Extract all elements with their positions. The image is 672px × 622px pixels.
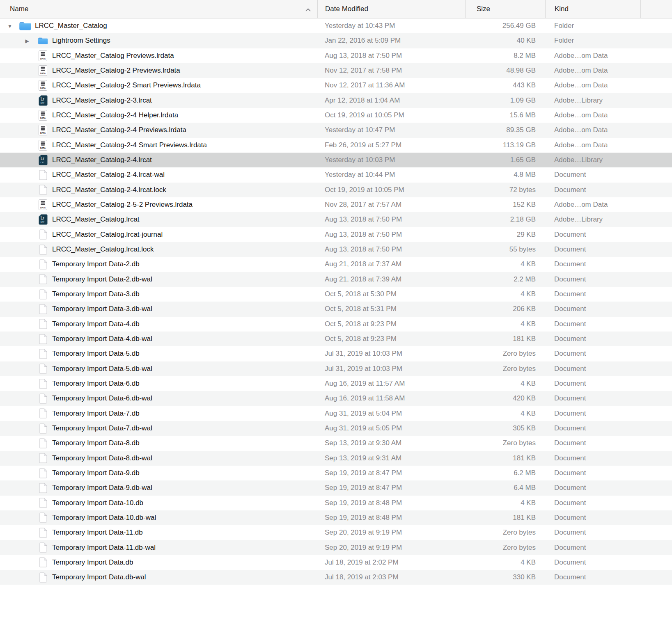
file-row[interactable]: Temporary Import Data.db Jul 18, 2019 at… <box>0 555 672 570</box>
file-row[interactable]: LRCC_Master_Catalog-2-4.lrcat-wal Yester… <box>0 167 672 182</box>
file-row[interactable]: Temporary Import Data-6.db Aug 16, 2019 … <box>0 376 672 391</box>
date-modified-cell: Yesterday at 10:44 PM <box>317 171 465 179</box>
file-row[interactable]: Temporary Import Data-3.db Oct 5, 2018 a… <box>0 287 672 302</box>
file-name-label: LRCC_Master_Catalog-2-4.lrcat-wal <box>52 171 165 179</box>
column-header-size[interactable]: Size <box>465 0 545 18</box>
svg-text:Lr: Lr <box>41 97 45 101</box>
file-row[interactable]: Temporary Import Data-2.db-wal Aug 21, 2… <box>0 272 672 287</box>
file-name-label: Temporary Import Data-2.db <box>52 260 140 268</box>
file-row[interactable]: LrCAT LRCC_Master_Catalog.lrcat Aug 13, … <box>0 212 672 227</box>
doc-icon <box>38 528 48 538</box>
kind-cell: Document <box>545 424 640 432</box>
disclosure-triangle[interactable]: ▼ <box>6 24 14 29</box>
file-name-label: Temporary Import Data-7.db-wal <box>52 424 152 432</box>
file-row[interactable]: Temporary Import Data-4.db Oct 5, 2018 a… <box>0 317 672 332</box>
kind-cell: Document <box>545 305 640 313</box>
name-cell: DATA LRCC_Master_Catalog-2-4 Previews.lr… <box>0 125 317 135</box>
doc-icon <box>38 468 48 478</box>
file-row[interactable]: LRCC_Master_Catalog.lrcat-journal Aug 13… <box>0 227 672 242</box>
file-name-label: Temporary Import Data-5.db-wal <box>52 365 152 373</box>
file-row[interactable]: DATA LRCC_Master_Catalog-2-4 Helper.lrda… <box>0 108 672 123</box>
file-name-label: Temporary Import Data.db-wal <box>52 573 146 581</box>
file-row[interactable]: LRCC_Master_Catalog.lrcat.lock Aug 13, 2… <box>0 242 672 257</box>
kind-cell: Adobe…om Data <box>545 126 640 134</box>
kind-cell: Adobe…om Data <box>545 111 640 119</box>
file-row[interactable]: Temporary Import Data-6.db-wal Aug 16, 2… <box>0 391 672 406</box>
name-cell: DATA LRCC_Master_Catalog-2 Previews.lrda… <box>0 65 317 76</box>
size-cell: 181 KB <box>465 454 545 462</box>
date-modified-cell: Oct 5, 2018 at 5:31 PM <box>317 305 465 313</box>
file-row[interactable]: DATA LRCC_Master_Catalog Previews.lrdata… <box>0 48 672 63</box>
file-name-label: LRCC_Master_Catalog-2-4.lrcat.lock <box>52 186 166 194</box>
name-cell: LRCC_Master_Catalog-2-4.lrcat.lock <box>0 185 317 195</box>
size-cell: 55 bytes <box>465 245 545 254</box>
column-header-kind[interactable]: Kind <box>545 0 640 18</box>
file-row[interactable]: Temporary Import Data-9.db Sep 19, 2019 … <box>0 466 672 480</box>
file-row-selected[interactable]: LrCAT LRCC_Master_Catalog-2-4.lrcat Yest… <box>0 153 672 167</box>
file-row[interactable]: LRCC_Master_Catalog-2-4.lrcat.lock Oct 1… <box>0 183 672 197</box>
file-name-label: Temporary Import Data-6.db-wal <box>52 394 152 402</box>
file-name-label: Temporary Import Data-10.db <box>52 499 143 507</box>
name-cell: Temporary Import Data-5.db <box>0 349 317 359</box>
column-header-date-modified[interactable]: Date Modified <box>317 0 465 18</box>
name-cell: ▼ LRCC_Master_Catalog <box>0 21 317 31</box>
file-row[interactable]: Temporary Import Data-5.db-wal Jul 31, 2… <box>0 361 672 376</box>
doc-icon <box>38 438 48 448</box>
column-header-kind-label: Kind <box>555 5 569 13</box>
kind-cell: Document <box>545 573 640 581</box>
svg-text:DATA: DATA <box>40 87 46 90</box>
kind-cell: Adobe…om Data <box>545 52 640 60</box>
name-cell: Temporary Import Data-11.db-wal <box>0 542 317 553</box>
file-row[interactable]: DATA LRCC_Master_Catalog-2-5-2 Previews.… <box>0 197 672 212</box>
svg-text:DATA: DATA <box>40 132 46 135</box>
file-row[interactable]: DATA LRCC_Master_Catalog-2-4 Smart Previ… <box>0 138 672 153</box>
file-row[interactable]: Temporary Import Data-4.db-wal Oct 5, 20… <box>0 332 672 346</box>
file-row[interactable]: Temporary Import Data-9.db-wal Sep 19, 2… <box>0 480 672 495</box>
file-row[interactable]: Temporary Import Data.db-wal Jul 18, 201… <box>0 570 672 585</box>
file-row[interactable]: Temporary Import Data-8.db Sep 13, 2019 … <box>0 436 672 450</box>
date-modified-cell: Yesterday at 10:47 PM <box>317 126 465 134</box>
doc-icon <box>38 423 48 434</box>
name-cell: ▶ Lightroom Settings <box>0 37 317 45</box>
file-row[interactable]: Temporary Import Data-3.db-wal Oct 5, 20… <box>0 302 672 316</box>
size-cell: 15.6 MB <box>465 111 545 119</box>
file-name-label: Temporary Import Data-9.db-wal <box>52 484 152 492</box>
date-modified-cell: Aug 31, 2019 at 5:04 PM <box>317 409 465 418</box>
doc-icon <box>38 483 48 493</box>
size-cell: 6.2 MB <box>465 469 545 477</box>
doc-icon <box>38 393 48 404</box>
file-row[interactable]: Temporary Import Data-7.db-wal Aug 31, 2… <box>0 421 672 436</box>
lrdata-icon: DATA <box>38 80 48 91</box>
doc-icon <box>38 259 48 270</box>
name-cell: LRCC_Master_Catalog.lrcat-journal <box>0 229 317 240</box>
size-cell: 40 KB <box>465 37 545 45</box>
folder-icon <box>19 21 31 31</box>
file-name-label: Lightroom Settings <box>52 37 110 45</box>
file-row[interactable]: DATA LRCC_Master_Catalog-2 Previews.lrda… <box>0 63 672 78</box>
doc-icon <box>38 349 48 359</box>
file-row[interactable]: ▶ Lightroom Settings Jan 22, 2016 at 5:0… <box>0 33 672 48</box>
date-modified-cell: Apr 12, 2018 at 1:04 AM <box>317 96 465 105</box>
size-cell: 48.98 GB <box>465 66 545 75</box>
file-row[interactable]: Temporary Import Data-11.db-wal Sep 20, … <box>0 540 672 555</box>
file-row[interactable]: Temporary Import Data-10.db-wal Sep 19, … <box>0 510 672 525</box>
size-cell: Zero bytes <box>465 350 545 358</box>
file-name-label: Temporary Import Data-3.db-wal <box>52 305 152 313</box>
date-modified-cell: Jul 31, 2019 at 10:03 PM <box>317 365 465 373</box>
file-row[interactable]: DATA LRCC_Master_Catalog-2 Smart Preview… <box>0 78 672 93</box>
size-cell: 1.65 GB <box>465 156 545 164</box>
list-header: Name Date Modified Size Kind <box>0 0 672 18</box>
file-row[interactable]: ▼ LRCC_Master_Catalog Yesterday at 10:43… <box>0 18 672 33</box>
disclosure-triangle[interactable]: ▶ <box>23 39 31 43</box>
file-row[interactable]: Temporary Import Data-2.db Aug 21, 2018 … <box>0 257 672 272</box>
svg-text:DATA: DATA <box>40 206 46 209</box>
file-row[interactable]: Temporary Import Data-5.db Jul 31, 2019 … <box>0 346 672 361</box>
file-row[interactable]: DATA LRCC_Master_Catalog-2-4 Previews.lr… <box>0 123 672 137</box>
file-row[interactable]: Temporary Import Data-11.db Sep 20, 2019… <box>0 525 672 540</box>
file-row[interactable]: LrCAT LRCC_Master_Catalog-2-3.lrcat Apr … <box>0 93 672 108</box>
file-row[interactable]: Temporary Import Data-8.db-wal Sep 13, 2… <box>0 451 672 466</box>
file-row[interactable]: Temporary Import Data-10.db Sep 19, 2019… <box>0 496 672 510</box>
column-header-name[interactable]: Name <box>0 0 317 18</box>
file-row[interactable]: Temporary Import Data-7.db Aug 31, 2019 … <box>0 406 672 421</box>
file-list: ▼ LRCC_Master_Catalog Yesterday at 10:43… <box>0 18 672 585</box>
